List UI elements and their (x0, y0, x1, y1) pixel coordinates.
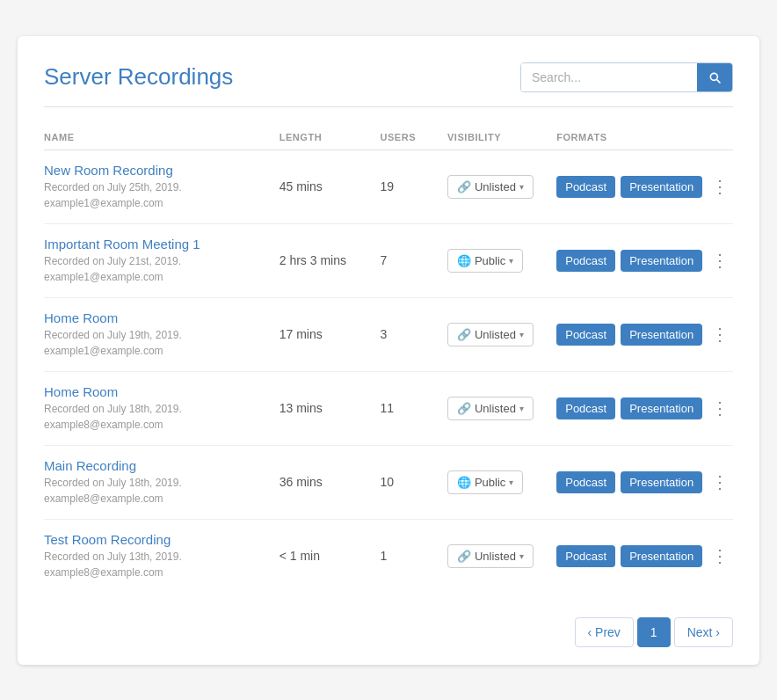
visibility-cell: 🔗 Unlisted ▾ (447, 175, 556, 199)
chevron-down-icon: ▾ (509, 478, 513, 487)
col-formats: FORMATS (556, 132, 708, 142)
recording-info: Home Room Recorded on July 19th, 2019.ex… (44, 310, 280, 359)
more-button[interactable]: ⋮ (708, 542, 732, 570)
visibility-cell: 🌐 Public ▾ (447, 249, 556, 273)
format-podcast-button[interactable]: Podcast (556, 250, 615, 272)
visibility-icon: 🌐 (457, 476, 471, 489)
search-icon (708, 70, 722, 84)
format-presentation-button[interactable]: Presentation (621, 250, 702, 272)
col-length: LENGTH (280, 132, 381, 142)
table-row: Important Room Meeting 1 Recorded on Jul… (44, 224, 733, 298)
recording-length: 45 mins (280, 179, 381, 193)
table-row: Home Room Recorded on July 19th, 2019.ex… (44, 298, 733, 372)
recording-name[interactable]: Main Recording (44, 458, 280, 473)
recording-date: Recorded on July 18th, 2019.example8@exa… (44, 475, 280, 507)
search-button[interactable] (697, 63, 732, 91)
recording-date: Recorded on July 18th, 2019.example8@exa… (44, 401, 280, 433)
visibility-icon: 🔗 (457, 180, 471, 193)
more-actions: ⋮ (708, 246, 733, 274)
visibility-button[interactable]: 🔗 Unlisted ▾ (447, 175, 534, 199)
chevron-down-icon: ▾ (519, 551, 524, 561)
formats-cell: PodcastPresentation (556, 397, 708, 419)
format-presentation-button[interactable]: Presentation (621, 176, 702, 198)
recording-users: 7 (380, 253, 447, 267)
more-actions: ⋮ (708, 172, 733, 201)
more-button[interactable]: ⋮ (708, 246, 732, 274)
format-podcast-button[interactable]: Podcast (556, 176, 615, 198)
recording-length: 13 mins (280, 401, 381, 415)
search-input[interactable] (521, 63, 697, 91)
visibility-icon: 🔗 (457, 328, 471, 341)
recording-date: Recorded on July 21st, 2019.example1@exa… (44, 253, 280, 285)
formats-cell: PodcastPresentation (556, 250, 708, 272)
more-button[interactable]: ⋮ (708, 172, 732, 201)
visibility-label: Unlisted (475, 180, 516, 193)
visibility-cell: 🔗 Unlisted ▾ (447, 323, 556, 346)
visibility-cell: 🔗 Unlisted ▾ (447, 397, 556, 420)
visibility-label: Public (475, 254, 505, 267)
next-button[interactable]: Next › (674, 617, 733, 647)
chevron-down-icon: ▾ (509, 256, 513, 266)
visibility-button[interactable]: 🔗 Unlisted ▾ (447, 397, 534, 420)
format-presentation-button[interactable]: Presentation (621, 545, 702, 567)
search-box (520, 62, 733, 92)
format-podcast-button[interactable]: Podcast (556, 545, 615, 567)
page-title: Server Recordings (44, 63, 233, 91)
visibility-cell: 🌐 Public ▾ (447, 470, 556, 494)
recording-length: < 1 min (280, 549, 381, 563)
visibility-button[interactable]: 🌐 Public ▾ (447, 470, 523, 494)
recording-date: Recorded on July 13th, 2019.example8@exa… (44, 549, 280, 580)
more-button[interactable]: ⋮ (708, 320, 732, 348)
recording-users: 11 (380, 401, 447, 415)
more-button[interactable]: ⋮ (708, 394, 732, 422)
chevron-down-icon: ▾ (519, 404, 524, 413)
format-podcast-button[interactable]: Podcast (556, 324, 615, 346)
format-presentation-button[interactable]: Presentation (621, 324, 702, 346)
col-visibility: VISIBILITY (447, 132, 556, 142)
recording-name[interactable]: New Room Recording (44, 163, 280, 178)
recording-info: New Room Recording Recorded on July 25th… (44, 163, 280, 211)
format-podcast-button[interactable]: Podcast (556, 397, 615, 419)
table-row: Home Room Recorded on July 18th, 2019.ex… (44, 372, 733, 446)
visibility-label: Unlisted (475, 402, 516, 415)
prev-button[interactable]: ‹ Prev (575, 617, 634, 647)
col-actions (708, 132, 733, 142)
recording-name[interactable]: Home Room (44, 384, 280, 399)
formats-cell: PodcastPresentation (556, 176, 708, 198)
recording-name[interactable]: Home Room (44, 310, 280, 325)
visibility-button[interactable]: 🔗 Unlisted ▾ (447, 544, 534, 568)
more-actions: ⋮ (708, 320, 733, 348)
more-button[interactable]: ⋮ (708, 468, 732, 496)
table-row: New Room Recording Recorded on July 25th… (44, 150, 733, 224)
recording-length: 36 mins (280, 475, 381, 489)
pagination: ‹ Prev 1 Next › (44, 610, 733, 647)
format-podcast-button[interactable]: Podcast (556, 471, 615, 493)
visibility-icon: 🌐 (457, 254, 471, 267)
recording-length: 2 hrs 3 mins (280, 253, 381, 267)
more-actions: ⋮ (708, 468, 733, 496)
col-users: USERS (380, 132, 447, 142)
visibility-icon: 🔗 (457, 550, 471, 563)
recording-users: 1 (380, 549, 447, 563)
recording-date: Recorded on July 25th, 2019.example1@exa… (44, 179, 280, 211)
chevron-down-icon: ▾ (519, 182, 524, 192)
visibility-cell: 🔗 Unlisted ▾ (447, 544, 556, 568)
recording-info: Home Room Recorded on July 18th, 2019.ex… (44, 384, 280, 433)
page-1-button[interactable]: 1 (637, 617, 671, 647)
recordings-list: New Room Recording Recorded on July 25th… (44, 150, 733, 593)
format-presentation-button[interactable]: Presentation (621, 471, 702, 493)
format-presentation-button[interactable]: Presentation (621, 397, 702, 419)
recording-info: Main Recording Recorded on July 18th, 20… (44, 458, 280, 507)
recording-info: Test Room Recording Recorded on July 13t… (44, 532, 280, 580)
visibility-button[interactable]: 🌐 Public ▾ (447, 249, 523, 273)
recording-name[interactable]: Important Room Meeting 1 (44, 237, 280, 252)
recording-info: Important Room Meeting 1 Recorded on Jul… (44, 237, 280, 285)
recording-name[interactable]: Test Room Recording (44, 532, 280, 547)
main-container: Server Recordings NAME LENGTH USERS VISI… (18, 36, 759, 665)
visibility-label: Unlisted (475, 550, 516, 563)
visibility-label: Unlisted (475, 328, 516, 341)
visibility-button[interactable]: 🔗 Unlisted ▾ (447, 323, 534, 346)
recording-users: 3 (380, 327, 447, 341)
visibility-label: Public (475, 476, 505, 489)
table-row: Test Room Recording Recorded on July 13t… (44, 520, 733, 593)
